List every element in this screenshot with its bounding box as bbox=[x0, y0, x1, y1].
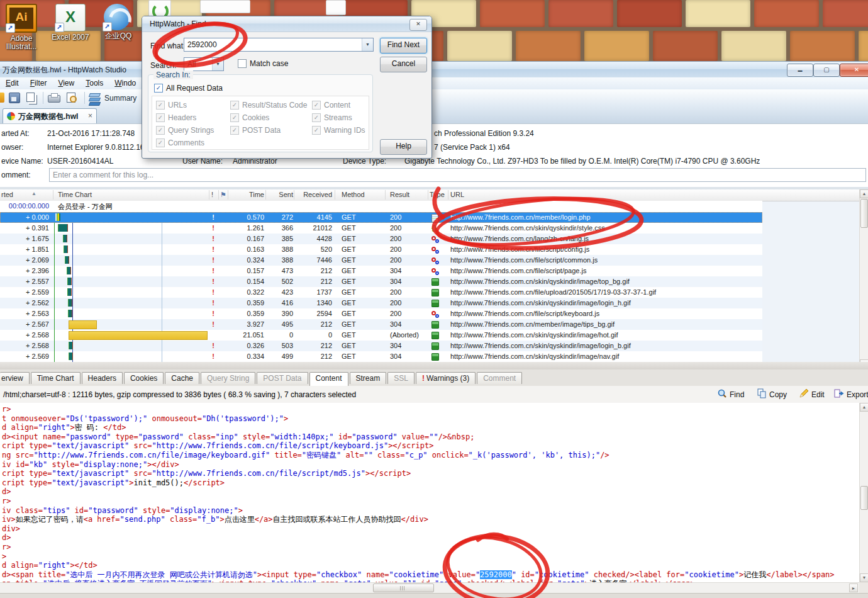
tab-close-icon[interactable]: × bbox=[88, 111, 92, 120]
col-started[interactable]: rted bbox=[1, 191, 13, 198]
timechart-bar bbox=[69, 353, 73, 360]
request-row[interactable]: + 1.675!0.1673854428GET200http://www.7fr… bbox=[0, 234, 762, 244]
minimize-button[interactable]: ▬ bbox=[787, 64, 813, 77]
help-button[interactable]: Help bbox=[380, 139, 427, 155]
tab-headers[interactable]: Headers bbox=[82, 372, 123, 384]
table-vertical-scrollbar[interactable]: ▲ ▼ bbox=[859, 189, 868, 368]
request-row[interactable]: + 2.562!0.3594161340GET200http://www.7fr… bbox=[0, 298, 762, 308]
title-bar[interactable]: 万金网数据包.hwl - HttpWatch Studio ▬ ▢ ✕ bbox=[0, 62, 868, 77]
comment-label: omment: bbox=[1, 171, 31, 179]
dialog-close-button[interactable]: ✕ bbox=[409, 19, 427, 31]
desktop-icon-illustrator[interactable]: Ai➚ AdobeIllustrat... bbox=[1, 4, 42, 51]
summary-layers-icon[interactable] bbox=[89, 93, 100, 106]
request-row[interactable]: + 2.567!3.927495212GET304http://www.7fri… bbox=[0, 319, 762, 330]
request-row[interactable]: + 1.851!0.163388520GET200http://www.7fri… bbox=[0, 244, 762, 255]
cancel-button[interactable]: Cancel bbox=[380, 57, 427, 72]
tab-cache[interactable]: Cache bbox=[165, 372, 199, 384]
chevron-down-icon[interactable]: ▼ bbox=[212, 58, 223, 71]
export-button[interactable]: Export bbox=[834, 388, 868, 400]
print-icon[interactable] bbox=[48, 95, 60, 103]
scroll-thumb[interactable] bbox=[860, 199, 868, 228]
content-horizontal-scrollbar[interactable]: ► bbox=[0, 582, 859, 594]
chevron-down-icon[interactable]: ▼ bbox=[362, 38, 373, 51]
desktop-icon-partial[interactable] bbox=[148, 0, 171, 18]
warning-icon: ! bbox=[209, 308, 217, 319]
col-method[interactable]: Method bbox=[342, 191, 365, 198]
request-row[interactable]: + 2.069!0.3243887446GET200http://www.7fr… bbox=[0, 255, 762, 266]
tab-time-chart[interactable]: Time Chart bbox=[31, 372, 81, 384]
col-url[interactable]: URL bbox=[450, 191, 464, 198]
col-warning[interactable]: ! bbox=[211, 191, 213, 198]
close-button[interactable]: ✕ bbox=[840, 64, 868, 77]
request-row[interactable]: + 0.391!1.26136621012GET200{}http://www.… bbox=[0, 223, 762, 234]
summary-button[interactable]: Summary bbox=[104, 94, 136, 103]
find-next-button[interactable]: Find Next bbox=[380, 38, 427, 54]
request-row[interactable]: + 0.000!0.5702724145GET200http://www.7fr… bbox=[0, 212, 762, 223]
scroll-up-icon[interactable]: ▲ bbox=[860, 189, 868, 198]
tab-stream[interactable]: Stream bbox=[350, 372, 387, 384]
splitter[interactable] bbox=[0, 362, 868, 370]
document-tab[interactable]: 万金网数据包.hwl × bbox=[3, 108, 97, 124]
menu-tools[interactable]: Tools bbox=[80, 77, 109, 89]
edit-button[interactable]: Edit bbox=[799, 388, 833, 400]
copy-button[interactable]: Copy bbox=[757, 388, 794, 400]
flag-icon[interactable]: ⚑ bbox=[220, 191, 226, 199]
tab-warnings-3-[interactable]: !Warnings (3) bbox=[416, 372, 476, 384]
brick bbox=[653, 31, 718, 61]
col-time-chart[interactable]: Time Chart bbox=[58, 191, 92, 198]
scroll-down-icon[interactable]: ▼ bbox=[860, 573, 868, 582]
warning-icon: ! bbox=[209, 319, 217, 330]
checkbox-comments: ✓Comments bbox=[156, 138, 230, 147]
desktop-icon-qq[interactable]: ➚ 企业QQ bbox=[98, 4, 138, 40]
scroll-right-icon[interactable]: ► bbox=[849, 584, 858, 592]
comment-input[interactable]: Enter a comment for this log... bbox=[49, 168, 866, 182]
menu-filter[interactable]: Filter bbox=[25, 77, 53, 89]
request-row[interactable]: + 2.563!0.3593902594GET200http://www.7fr… bbox=[0, 308, 762, 319]
tab-content[interactable]: Content bbox=[309, 372, 348, 386]
request-row[interactable]: + 2.557!0.154502212GET304http://www.7fri… bbox=[0, 276, 762, 287]
copy-icon[interactable] bbox=[26, 93, 35, 102]
search-combobox[interactable]: All ▼ bbox=[184, 57, 224, 71]
find-button[interactable]: Find bbox=[717, 388, 754, 400]
css-file-icon: {} bbox=[431, 225, 439, 232]
record-icon[interactable] bbox=[0, 93, 4, 103]
desktop-icon-partial[interactable] bbox=[326, 0, 346, 15]
menu-view[interactable]: View bbox=[52, 77, 80, 89]
request-url: http://www.7friends.com.cn/lang/zh-cn/la… bbox=[450, 234, 761, 244]
match-case-checkbox[interactable]: ✓ Match case bbox=[238, 59, 288, 68]
save-icon[interactable] bbox=[9, 93, 20, 103]
received-bytes: 212 bbox=[294, 351, 332, 362]
sent-bytes: 416 bbox=[267, 298, 293, 308]
all-request-data-checkbox[interactable]: ✓ All Request Data bbox=[154, 84, 223, 93]
tab-cookies[interactable]: Cookies bbox=[124, 372, 164, 384]
content-source-view[interactable]: r>t onmouseover="Ds('tpassword');" onmou… bbox=[0, 403, 859, 584]
tab-post-data: POST Data bbox=[257, 372, 308, 384]
scroll-thumb[interactable] bbox=[860, 486, 868, 510]
browser-value: Internet Explorer 9.0.8112.16 bbox=[47, 143, 145, 152]
scroll-up-icon[interactable]: ▲ bbox=[860, 403, 868, 412]
desktop-icon-partial[interactable] bbox=[200, 0, 250, 13]
request-row[interactable]: + 2.56821.05100GET(Aborted)http://www.7f… bbox=[0, 330, 762, 341]
col-received[interactable]: Received bbox=[294, 191, 332, 198]
scroll-thumb[interactable] bbox=[373, 584, 434, 592]
content-vertical-scrollbar[interactable]: ▲ ▼ bbox=[859, 403, 868, 582]
request-row[interactable]: + 2.559!0.3224231737GET200http://www.7fr… bbox=[0, 287, 762, 298]
menu-edit[interactable]: Edit bbox=[0, 77, 25, 89]
col-result[interactable]: Result bbox=[390, 191, 409, 198]
page-group-row[interactable]: 00:00:00.000 会员登录 - 万金网 bbox=[0, 201, 762, 213]
tab-erview[interactable]: erview bbox=[0, 372, 30, 384]
request-row[interactable]: + 2.568!0.326503212GET304http://www.7fri… bbox=[0, 341, 762, 351]
request-row[interactable]: + 2.569!0.334499212GET304http://www.7fri… bbox=[0, 351, 762, 362]
checkbox-cookies: ✓Cookies bbox=[230, 113, 312, 122]
find-what-combobox[interactable]: 2592000 ▼ bbox=[184, 38, 374, 52]
request-row[interactable]: + 2.396!0.157473212GET304http://www.7fri… bbox=[0, 266, 762, 276]
col-sent[interactable]: Sent bbox=[267, 191, 293, 198]
menu-windo[interactable]: Windo bbox=[109, 77, 142, 89]
col-time[interactable]: Time bbox=[228, 191, 264, 198]
print-preview-icon[interactable] bbox=[67, 93, 75, 103]
desktop-icon-excel[interactable]: X➚ Excel 2007 bbox=[50, 4, 91, 42]
dialog-title-bar[interactable]: HttpWatch - Find ✕ bbox=[142, 16, 431, 32]
maximize-button[interactable]: ▢ bbox=[813, 64, 840, 77]
detail-tab-strip: erviewTime ChartHeadersCookiesCacheQuery… bbox=[0, 370, 868, 386]
col-type[interactable]: Type bbox=[430, 191, 445, 198]
